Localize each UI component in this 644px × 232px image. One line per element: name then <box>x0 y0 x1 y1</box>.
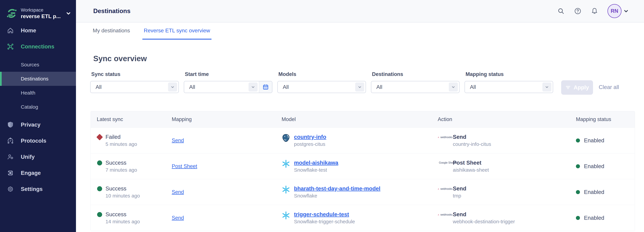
clear-all-link[interactable]: Clear all <box>599 84 619 90</box>
sidebar-item-catalog[interactable]: Catalog <box>0 100 76 114</box>
chevron-down-icon[interactable] <box>449 82 458 92</box>
shield-icon <box>7 121 14 128</box>
webhooks-logo: webhooks <box>438 186 452 191</box>
action-destination: country-info-citus <box>453 141 491 148</box>
table-row: Success 14 minutes ago Send trigger-sch <box>91 205 635 231</box>
success-status-icon <box>97 186 102 191</box>
snowflake-icon <box>282 211 290 220</box>
mapping-link[interactable]: Send <box>172 215 184 221</box>
action-destination: webhook-destination-trigger <box>453 218 515 225</box>
failed-status-icon <box>96 134 103 140</box>
enabled-status-icon <box>576 216 580 220</box>
sidebar-nav: Home Connections Sources Destin <box>0 22 76 197</box>
filter-label: Models <box>278 71 366 77</box>
user-menu[interactable]: RN <box>608 4 629 18</box>
segment-logo-icon <box>6 8 17 19</box>
chevron-down-icon[interactable] <box>355 82 364 92</box>
sidebar-item-sources[interactable]: Sources <box>0 58 76 72</box>
table-row: Success 10 minutes ago Send bharath-tes <box>91 179 635 205</box>
model-link[interactable]: country-info <box>294 133 326 141</box>
column-header-mapping: Mapping <box>172 116 282 122</box>
model-source: Snowflake-trigger-schedule <box>294 218 355 225</box>
apply-button[interactable]: Apply <box>561 80 593 95</box>
model-source: postgres-citus <box>294 141 326 148</box>
filter-mapping-status: Mapping status All <box>464 71 553 93</box>
sidebar-item-label: Connections <box>21 44 54 50</box>
table-row: Success 7 minutes ago Post Sheet model- <box>91 154 635 179</box>
sidebar-item-connections[interactable]: Connections <box>0 38 76 55</box>
sync-status: Failed <box>106 133 137 141</box>
sync-status: Success <box>106 211 140 218</box>
model-source: Snowflake-test <box>294 166 338 174</box>
sidebar-item-privacy[interactable]: Privacy <box>0 117 76 133</box>
mapping-status-select[interactable]: All <box>464 81 553 93</box>
mapping-status: Enabled <box>584 215 604 221</box>
table-row: Failed 5 minutes ago Send country-info p… <box>91 128 635 154</box>
topbar-actions: RN <box>557 4 629 18</box>
sync-time: 14 minutes ago <box>106 218 140 225</box>
sidebar-item-engage[interactable]: Engage <box>0 165 76 181</box>
postgres-icon <box>282 134 290 142</box>
workspace-name: reverse ETL p... <box>21 13 66 20</box>
model-link[interactable]: model-aishikawa <box>294 159 338 166</box>
tab-my-destinations[interactable]: My destinations <box>92 22 131 40</box>
filter-label: Destinations <box>371 71 460 77</box>
filter-label: Mapping status <box>464 71 553 77</box>
model-link[interactable]: bharath-test-day-and-time-model <box>294 185 380 192</box>
sidebar-item-label: Engage <box>21 170 41 176</box>
tab-reverse-etl-sync-overview[interactable]: Reverse ETL sync overview <box>142 22 211 40</box>
chevron-down-icon[interactable] <box>542 82 552 92</box>
sidebar-item-label: Home <box>21 27 36 34</box>
enabled-status-icon <box>576 164 580 168</box>
gear-icon <box>7 186 14 193</box>
calendar-icon[interactable] <box>259 81 272 93</box>
start-time-select[interactable]: All <box>184 81 272 93</box>
home-icon <box>7 27 14 34</box>
enabled-status-icon <box>576 138 580 142</box>
destinations-select[interactable]: All <box>371 81 460 93</box>
filter-sync-status: Sync status All <box>90 71 179 93</box>
webhooks-logo: webhooks <box>438 212 452 217</box>
mapping-link[interactable]: Post Sheet <box>172 163 197 169</box>
unify-icon <box>7 153 14 160</box>
sync-overview-table: Latest sync Mapping Model Action Mapping… <box>90 111 635 231</box>
table-header: Latest sync Mapping Model Action Mapping… <box>91 111 635 128</box>
mapping-link[interactable]: Send <box>172 189 184 195</box>
chevron-down-icon[interactable] <box>248 82 258 92</box>
sidebar-item-settings[interactable]: Settings <box>0 181 76 197</box>
mapping-link[interactable]: Send <box>172 138 184 143</box>
sync-status: Success <box>106 159 137 166</box>
model-link[interactable]: trigger-schedule-test <box>294 211 355 218</box>
sidebar-item-health[interactable]: Health <box>0 86 76 100</box>
mapping-status: Enabled <box>584 163 604 170</box>
column-header-latest-sync: Latest sync <box>91 116 172 122</box>
action-title: Post Sheet <box>453 159 489 166</box>
search-icon[interactable] <box>557 7 565 15</box>
filter-bar: Sync status All Start time All <box>90 71 619 95</box>
model-source: Snowflake <box>294 192 380 199</box>
sidebar-item-unify[interactable]: Unify <box>0 149 76 165</box>
sidebar-item-label: Settings <box>21 186 42 192</box>
avatar[interactable]: RN <box>608 4 622 18</box>
main-content: Destinations RN My destinations Rever <box>76 0 644 232</box>
bell-icon[interactable] <box>591 7 598 15</box>
sidebar-item-label: Unify <box>21 154 35 160</box>
sidebar-item-home[interactable]: Home <box>0 22 76 38</box>
mapping-status: Enabled <box>584 137 604 144</box>
help-icon[interactable] <box>574 7 582 15</box>
action-destination: aishikawa-sheet <box>453 166 489 174</box>
sync-status-select[interactable]: All <box>90 81 179 93</box>
chevron-down-icon[interactable] <box>168 82 177 92</box>
chevron-down-icon <box>66 10 71 16</box>
snowflake-icon <box>282 160 290 168</box>
models-select[interactable]: All <box>278 81 366 93</box>
sidebar: Workspace reverse ETL p... Home <box>0 0 76 232</box>
sync-time: 7 minutes ago <box>106 166 137 174</box>
page-title: Destinations <box>93 8 130 14</box>
protocols-icon <box>7 137 14 144</box>
sidebar-item-protocols[interactable]: Protocols <box>0 133 76 149</box>
workspace-switcher[interactable]: Workspace reverse ETL p... <box>0 0 76 22</box>
mapping-status: Enabled <box>584 189 604 195</box>
sidebar-item-destinations[interactable]: Destinations <box>0 72 76 86</box>
column-header-action: Action <box>438 116 576 122</box>
